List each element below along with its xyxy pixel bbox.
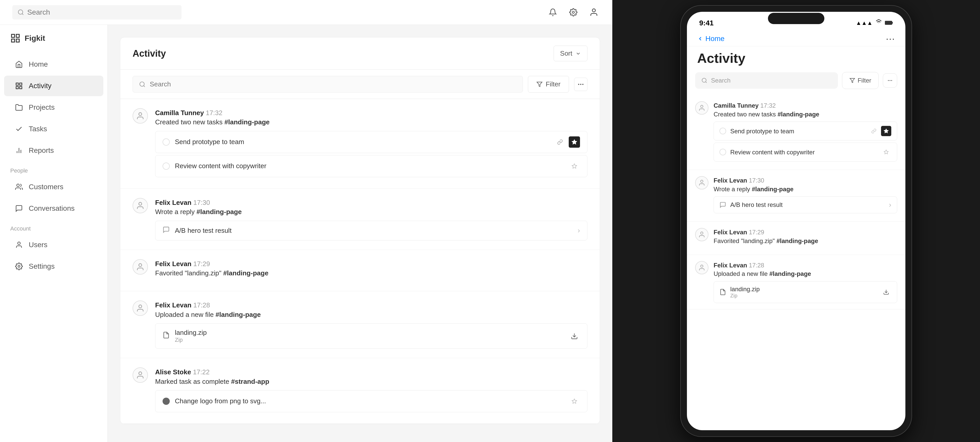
- filter-icon: [536, 81, 542, 87]
- activity-content-1: Camilla Tunney 17:32 Created two new tas…: [155, 108, 587, 179]
- mobile-action-1: Created two new tasks: [714, 111, 778, 118]
- sidebar-item-conversations[interactable]: Conversations: [4, 198, 103, 219]
- sidebar-item-tasks[interactable]: Tasks: [4, 119, 103, 139]
- sidebar-label-activity: Activity: [29, 82, 51, 90]
- sidebar-item-projects[interactable]: Projects: [4, 97, 103, 118]
- mobile-activity-content-4: Felix Levan 17:28 Uploaded a new file #l…: [714, 261, 897, 303]
- mobile-activity-meta-4: Felix Levan 17:28 Uploaded a new file #l…: [714, 261, 897, 278]
- action-4: Uploaded a new file: [155, 311, 216, 318]
- task-checkbox-1[interactable]: [162, 138, 170, 146]
- username-felix-3: Felix Levan: [155, 301, 193, 309]
- svg-marker-25: [572, 140, 577, 144]
- mobile-download-button[interactable]: [881, 287, 891, 297]
- mobile-star-button-2[interactable]: [881, 147, 891, 157]
- username-alise: Alise Stoke: [155, 368, 193, 376]
- task-star-button-2[interactable]: [569, 161, 580, 172]
- task-card-1[interactable]: Send prototype to team: [155, 131, 587, 153]
- mobile-task-checkbox-1[interactable]: [719, 128, 726, 134]
- avatar-felix-3: [132, 300, 148, 316]
- activity-search-field[interactable]: [132, 76, 523, 92]
- mobile-task-card-2[interactable]: Review content with copywriter: [714, 143, 897, 162]
- activity-search-input[interactable]: [150, 80, 516, 88]
- sidebar-item-customers[interactable]: Customers: [4, 176, 103, 197]
- mobile-more-options[interactable]: [883, 73, 897, 88]
- file-card-1[interactable]: landing.zip Zip: [155, 323, 587, 349]
- svg-rect-9: [20, 83, 22, 85]
- user-circle-icon: [589, 8, 598, 17]
- mobile-file-info: landing.zip Zip: [730, 286, 877, 299]
- task-card-3[interactable]: Change logo from png to svg...: [155, 390, 587, 412]
- svg-point-46: [700, 265, 703, 267]
- mobile-file-name: landing.zip: [730, 286, 877, 293]
- mobile-star-icon-1: [884, 129, 889, 134]
- sort-button[interactable]: Sort: [554, 46, 587, 61]
- username-camilla: Camilla Tunney: [155, 109, 206, 117]
- activity-more-button[interactable]: [574, 78, 587, 91]
- reply-card-1[interactable]: A/B hero test result ›: [155, 221, 587, 240]
- svg-point-44: [700, 180, 703, 183]
- mobile-activity-meta-1: Camilla Tunney 17:32 Created two new tas…: [714, 101, 897, 118]
- topbar: [0, 0, 612, 25]
- svg-rect-33: [885, 21, 892, 25]
- avatar-felix-1: [132, 198, 148, 213]
- mobile-more-button[interactable]: ···: [886, 33, 895, 44]
- sort-label: Sort: [560, 49, 572, 57]
- settings-button[interactable]: [567, 6, 579, 19]
- wifi-icon: [876, 19, 882, 27]
- mobile-activity-meta-2: Felix Levan 17:30 Wrote a reply #landing…: [714, 176, 897, 193]
- sidebar-item-activity[interactable]: Activity: [4, 76, 103, 96]
- mobile-task-label-2: Review content with copywriter: [730, 148, 877, 156]
- avatar-felix-2: [132, 259, 148, 275]
- download-button[interactable]: [569, 331, 580, 342]
- sidebar-item-settings[interactable]: Settings: [4, 256, 103, 277]
- file-name: landing.zip: [175, 329, 563, 337]
- task-star-button-1[interactable]: [569, 137, 580, 148]
- svg-point-28: [139, 264, 142, 266]
- mobile-username-felix-3: Felix Levan: [714, 262, 749, 269]
- search-input[interactable]: [27, 8, 177, 16]
- customers-icon: [14, 182, 24, 191]
- mobile-task-card-1[interactable]: Send prototype to team: [714, 121, 897, 140]
- task-checkbox-3[interactable]: [162, 397, 170, 405]
- mobile-screen: 9:41 ▲▲▲ Home: [687, 12, 905, 430]
- sidebar-item-reports[interactable]: Reports: [4, 140, 103, 161]
- svg-marker-37: [850, 78, 854, 83]
- task-star-button-3[interactable]: [569, 396, 580, 407]
- mobile-search-field[interactable]: Search: [695, 72, 838, 89]
- mobile-username-felix-1: Felix Levan: [714, 177, 749, 184]
- mobile-search-bar: Search Filter: [687, 72, 905, 95]
- svg-point-21: [579, 84, 579, 84]
- sidebar-item-home[interactable]: Home: [4, 54, 103, 75]
- task-actions-1: [554, 137, 580, 148]
- chat-icon: [162, 226, 170, 235]
- sidebar-label-reports: Reports: [29, 146, 54, 154]
- tag-4: #landing-page: [216, 311, 261, 318]
- sidebar-item-users[interactable]: Users: [4, 235, 103, 255]
- filter-button[interactable]: Filter: [528, 76, 569, 92]
- notification-button[interactable]: [547, 6, 559, 19]
- mobile-container: 9:41 ▲▲▲ Home: [612, 0, 980, 442]
- mobile-star-button-1[interactable]: [881, 126, 891, 136]
- avatar-camilla: [132, 108, 148, 124]
- svg-rect-10: [16, 87, 19, 89]
- profile-button[interactable]: [588, 6, 600, 19]
- search-box[interactable]: [12, 5, 181, 19]
- reply-label-1: A/B hero test result: [175, 227, 573, 235]
- mobile-back-label: Home: [705, 35, 725, 43]
- desktop-app: Figkit Home Activity Projects: [0, 0, 612, 442]
- mobile-task-checkbox-2[interactable]: [719, 149, 726, 155]
- mobile-more-dots: ···: [886, 33, 895, 44]
- mobile-link-icon: [871, 129, 877, 134]
- mobile-link-button-1[interactable]: [869, 126, 879, 136]
- mobile-reply-card-1[interactable]: A/B hero test result ›: [714, 196, 897, 213]
- more-horizontal-icon: [577, 81, 584, 88]
- mobile-search-icon: [701, 78, 708, 84]
- sidebar-section-people: People: [0, 161, 107, 176]
- task-card-2[interactable]: Review content with copywriter: [155, 155, 587, 177]
- mobile-file-card-1[interactable]: landing.zip Zip: [714, 281, 897, 303]
- mobile-filter-button[interactable]: Filter: [842, 72, 879, 89]
- task-checkbox-2[interactable]: [162, 162, 170, 170]
- mobile-back-button[interactable]: Home: [697, 35, 725, 43]
- task-link-button-1[interactable]: [554, 137, 566, 148]
- svg-rect-8: [16, 83, 19, 85]
